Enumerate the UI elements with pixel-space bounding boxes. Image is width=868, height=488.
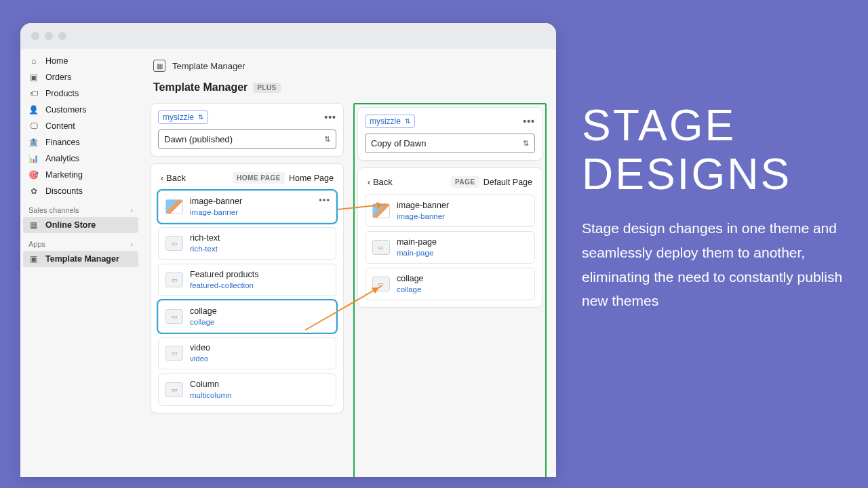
sidebar-item-label: Finances <box>45 138 80 147</box>
section-row[interactable]: ▭Columnmulticolumn <box>158 373 336 406</box>
sidebar-item-label: Template Manager <box>45 254 119 264</box>
caret-updown-icon: ⇅ <box>523 139 529 148</box>
section-thumb-icon <box>165 199 183 214</box>
section-thumb-icon: ▭ <box>165 309 183 324</box>
target-selector-card: mysizzle ⇅ ••• Copy of Dawn ⇅ <box>357 107 542 161</box>
section-row[interactable]: ▭Featured productsfeatured-collection <box>158 264 336 296</box>
section-slug: collage <box>397 285 424 294</box>
section-name: collage <box>190 306 217 317</box>
window-dot <box>58 32 66 40</box>
section-slug: main-page <box>397 248 437 258</box>
sidebar-item-label: Marketing <box>45 170 83 180</box>
source-selector-card: mysizzle ⇅ ••• Dawn (published) ⇅ <box>151 103 344 157</box>
caret-updown-icon: ⇅ <box>405 119 410 124</box>
target-sections-card: ‹ Back PAGE Default Page image-bannerima… <box>357 167 542 308</box>
section-row[interactable]: image-bannerimage-banner••• <box>158 190 336 223</box>
chevron-right-icon: › <box>130 206 133 214</box>
sidebar-item-label: Orders <box>45 73 71 82</box>
window-dot <box>31 32 39 40</box>
source-sections-card: ‹ Back HOME PAGE Home Page image-banneri… <box>151 163 344 413</box>
section-name: image-banner <box>190 197 242 207</box>
section-name: video <box>190 343 210 354</box>
nav-icon: 🎯 <box>28 170 39 180</box>
theme-select[interactable]: Copy of Dawn ⇅ <box>365 134 535 153</box>
section-slug: image-banner <box>190 207 242 217</box>
sidebar-item-home[interactable]: ⌂Home <box>20 53 141 69</box>
caret-updown-icon: ⇅ <box>198 115 203 120</box>
section-thumb-icon: ▭ <box>165 236 183 251</box>
caret-updown-icon: ⇅ <box>324 135 330 144</box>
panels: mysizzle ⇅ ••• Dawn (published) ⇅ <box>141 103 556 477</box>
chevron-left-icon: ‹ <box>368 178 370 187</box>
section-thumb-icon: ▭ <box>372 240 390 255</box>
sidebar-item-label: Home <box>45 56 68 66</box>
nav-icon: ▣ <box>28 73 39 82</box>
sidebar-item-label: Customers <box>45 105 86 115</box>
section-row[interactable]: image-bannerimage-banner <box>365 195 535 227</box>
sidebar-item-analytics[interactable]: 📊Analytics <box>20 150 141 167</box>
panel-more-button[interactable]: ••• <box>324 112 336 123</box>
plan-badge: PLUS <box>253 83 280 93</box>
breadcrumb-label: Template Manager <box>172 61 245 71</box>
section-slug: multicolumn <box>190 390 231 400</box>
page-indicator: HOME PAGE Home Page <box>233 172 334 184</box>
section-slug: collage <box>190 317 217 327</box>
section-slug: video <box>190 354 210 363</box>
section-slug: featured-collection <box>190 281 258 290</box>
nav-icon: 🖵 <box>28 121 39 131</box>
sidebar-item-label: Online Store <box>45 220 96 230</box>
sidebar-item-customers[interactable]: 👤Customers <box>20 102 141 118</box>
section-row[interactable]: ▭videovideo <box>158 337 336 369</box>
sidebar-item-label: Discounts <box>45 186 83 196</box>
page-name: Home Page <box>289 174 334 183</box>
sidebar-item-discounts[interactable]: ✿Discounts <box>20 183 141 199</box>
section-thumb-icon: ▭ <box>165 272 183 287</box>
page-title: Template Manager <box>153 81 248 94</box>
nav-icon: 📊 <box>28 154 39 163</box>
window-titlebar <box>20 23 556 49</box>
store-select[interactable]: mysizzle ⇅ <box>158 110 208 124</box>
section-slug: image-banner <box>397 211 449 221</box>
page-indicator: PAGE Default Page <box>451 176 532 188</box>
section-thumb-icon: ▭ <box>165 346 183 361</box>
sidebar-section-apps: Apps › <box>20 233 141 251</box>
page-title-row: Template Manager PLUS <box>141 77 556 103</box>
sidebar-item-marketing[interactable]: 🎯Marketing <box>20 167 141 183</box>
sidebar-item-content[interactable]: 🖵Content <box>20 118 141 134</box>
chevron-left-icon: ‹ <box>161 174 163 183</box>
app-shell: ⌂Home▣Orders🏷Products👤Customers🖵Content🏦… <box>20 49 556 477</box>
nav-icon: ✿ <box>28 186 39 196</box>
section-row[interactable]: ▭main-pagemain-page <box>365 231 535 264</box>
nav-icon: ⌂ <box>28 56 39 66</box>
section-slug: rich-text <box>190 244 220 253</box>
sidebar-item-products[interactable]: 🏷Products <box>20 85 141 102</box>
nav-icon: 🏦 <box>28 138 39 147</box>
marketing-headline: STAGE DESIGNS <box>582 102 846 199</box>
target-panel: mysizzle ⇅ ••• Copy of Dawn ⇅ <box>353 103 547 477</box>
store-select[interactable]: mysizzle ⇅ <box>365 115 415 128</box>
sidebar-item-template-manager[interactable]: ▣Template Manager <box>23 251 138 267</box>
nav-icon: ▦ <box>28 220 39 230</box>
app-logo-icon: ▦ <box>153 60 165 72</box>
marketing-body: Stage design changes in one theme and se… <box>582 216 846 313</box>
section-row[interactable]: ▭collagecollage <box>365 268 535 300</box>
browser-window: ⌂Home▣Orders🏷Products👤Customers🖵Content🏦… <box>20 23 556 477</box>
back-button[interactable]: ‹ Back <box>161 173 186 183</box>
sidebar-item-finances[interactable]: 🏦Finances <box>20 134 141 150</box>
page-type-badge: HOME PAGE <box>233 172 285 184</box>
sidebar-item-orders[interactable]: ▣Orders <box>20 69 141 85</box>
back-button[interactable]: ‹ Back <box>368 177 393 187</box>
chevron-right-icon: › <box>130 240 133 248</box>
nav-icon: ▣ <box>28 254 39 264</box>
sidebar-item-label: Analytics <box>45 154 79 163</box>
theme-select[interactable]: Dawn (published) ⇅ <box>158 129 336 149</box>
source-panel: mysizzle ⇅ ••• Dawn (published) ⇅ <box>151 103 344 477</box>
section-more-button[interactable]: ••• <box>319 195 330 205</box>
sidebar-item-label: Content <box>45 121 75 131</box>
nav-icon: 👤 <box>28 105 39 115</box>
sidebar-item-online-store[interactable]: ▦Online Store <box>23 217 138 233</box>
sidebar: ⌂Home▣Orders🏷Products👤Customers🖵Content🏦… <box>20 49 141 477</box>
panel-more-button[interactable]: ••• <box>523 116 535 127</box>
section-row[interactable]: ▭rich-textrich-text <box>158 227 336 260</box>
window-dot <box>45 32 53 40</box>
